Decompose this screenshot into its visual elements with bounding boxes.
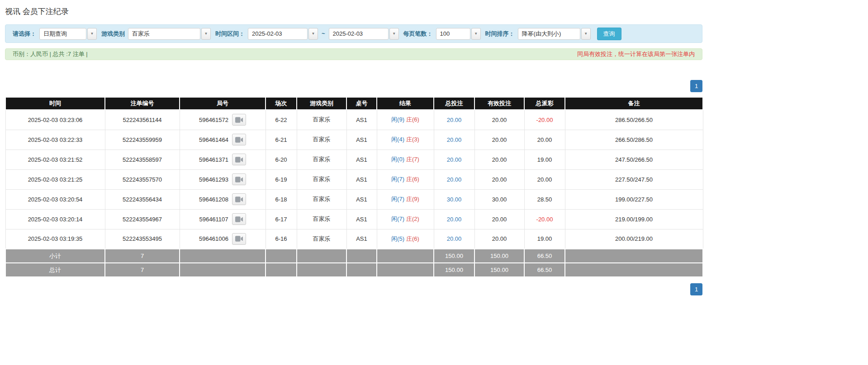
session-cell: 6-21 [266,130,297,150]
column-header: 游戏类别 [297,98,346,110]
round-cell: 596461208 [180,189,266,209]
result-cell: 闲(9)庄(6) [377,110,434,130]
time-cell: 2025-02-03 03:21:52 [5,150,105,169]
valid-bet-cell: 20.00 [474,150,524,169]
page-1-button[interactable]: 1 [690,80,702,92]
page-container: 视讯 会员下注纪录 请选择： ▼ 游戏类别 ▼ 时间区间： ▼ ~ [5,6,702,295]
time-cell: 2025-02-03 03:20:14 [5,209,105,229]
filter-sort-group: 时间排序： ▼ [485,28,591,40]
valid-bet-cell: 20.00 [474,130,524,150]
payout-cell: 20.00 [524,169,565,189]
chevron-down-icon: ▼ [392,32,396,36]
bet-id-cell: 522243553495 [105,229,180,249]
total-bet-link[interactable]: 20.00 [434,169,474,189]
video-replay-button[interactable] [232,114,246,126]
payout-cell: 19.00 [524,150,565,169]
round-id-text: 596461107 [199,216,228,223]
game-type-cell: 百家乐 [297,110,346,130]
empty-cell [346,249,377,263]
game-type-cell: 百家乐 [297,209,346,229]
date-to-dropdown-button[interactable]: ▼ [389,28,399,40]
bet-id-cell: 522243558597 [105,150,180,169]
page-size-label: 每页笔数： [403,30,433,38]
payout-cell: 19.00 [524,229,565,249]
table-row: 2025-02-03 03:19:35 522243553495 5964610… [5,229,703,249]
page-size-dropdown-button[interactable]: ▼ [471,28,481,40]
date-from-input[interactable] [248,28,308,40]
table-number-cell: AS1 [346,169,377,189]
game-type-input[interactable] [128,28,200,40]
total-bet-link[interactable]: 20.00 [434,150,474,169]
remark-cell: 219.00/199.00 [565,209,703,229]
table-row: 2025-02-03 03:23:06 522243561144 5964615… [5,110,703,130]
info-bar: 币别：人民币 | 总共 :7 注单 | 同局有效投注，统一计算在该局第一张注单内 [5,48,702,60]
round-id-text: 596461208 [199,196,228,203]
video-replay-button[interactable] [232,233,246,245]
page-size-input[interactable] [436,28,470,40]
total-valid-bet: 150.00 [474,263,524,277]
video-replay-button[interactable] [232,173,246,185]
time-cell: 2025-02-03 03:20:54 [5,189,105,209]
column-header: 场次 [266,98,297,110]
game-type-label: 游戏类别 [101,30,125,38]
video-replay-button[interactable] [232,213,246,225]
total-bet-link[interactable]: 20.00 [434,229,474,249]
session-cell: 6-16 [266,229,297,249]
video-replay-button[interactable] [232,193,246,205]
subtotal-payout: 66.50 [524,249,565,263]
query-type-input[interactable] [39,28,86,40]
valid-bet-cell: 30.00 [474,189,524,209]
table-number-cell: AS1 [346,130,377,150]
date-from-combo: ▼ [248,28,318,40]
total-bet-link[interactable]: 20.00 [434,110,474,130]
empty-cell [266,249,297,263]
empty-cell [297,263,346,277]
column-header: 总派彩 [524,98,565,110]
round-id-text: 596461371 [199,156,228,163]
result-banker: 庄(6) [406,176,419,182]
result-cell: 闲(0)庄(7) [377,150,434,169]
valid-bet-cell: 20.00 [474,229,524,249]
total-bet-link[interactable]: 20.00 [434,209,474,229]
notice-text: 同局有效投注，统一计算在该局第一张注单内 [577,50,695,58]
remark-cell: 266.50/286.50 [565,130,703,150]
video-camera-icon [235,137,243,143]
payout-cell: 28.50 [524,189,565,209]
sort-dropdown-button[interactable]: ▼ [581,28,591,40]
video-replay-button[interactable] [232,154,246,165]
bet-id-cell: 522243561144 [105,110,180,130]
game-type-dropdown-button[interactable]: ▼ [201,28,211,40]
column-header: 时间 [5,98,105,110]
table-body: 2025-02-03 03:23:06 522243561144 5964615… [5,110,703,249]
date-from-dropdown-button[interactable]: ▼ [308,28,318,40]
result-cell: 闲(4)庄(3) [377,130,434,150]
column-header: 总投注 [434,98,474,110]
filter-pagesize-group: 每页笔数： ▼ [403,28,481,40]
result-player: 闲(0) [391,156,404,163]
remark-cell: 247.50/266.50 [565,150,703,169]
table-number-cell: AS1 [346,110,377,130]
session-cell: 6-17 [266,209,297,229]
round-cell: 596461371 [180,150,266,169]
round-cell: 596461572 [180,110,266,130]
total-bet-link[interactable]: 30.00 [434,189,474,209]
search-button[interactable]: 查询 [597,28,621,40]
video-camera-icon [235,117,243,123]
date-to-input[interactable] [329,28,389,40]
game-type-cell: 百家乐 [297,169,346,189]
result-banker: 庄(9) [406,196,419,202]
video-replay-button[interactable] [232,134,246,145]
query-type-dropdown-button[interactable]: ▼ [87,28,97,40]
bet-id-cell: 522243557570 [105,169,180,189]
table-row: 2025-02-03 03:21:52 522243558597 5964613… [5,150,703,169]
page-1-button[interactable]: 1 [690,283,702,295]
sort-input[interactable] [518,28,580,40]
total-count: 7 [105,263,180,277]
valid-bet-cell: 20.00 [474,169,524,189]
result-cell: 闲(7)庄(9) [377,189,434,209]
round-id-text: 596461572 [199,117,228,123]
table-number-cell: AS1 [346,229,377,249]
total-bet-link[interactable]: 20.00 [434,130,474,150]
empty-cell [297,249,346,263]
table-number-cell: AS1 [346,189,377,209]
